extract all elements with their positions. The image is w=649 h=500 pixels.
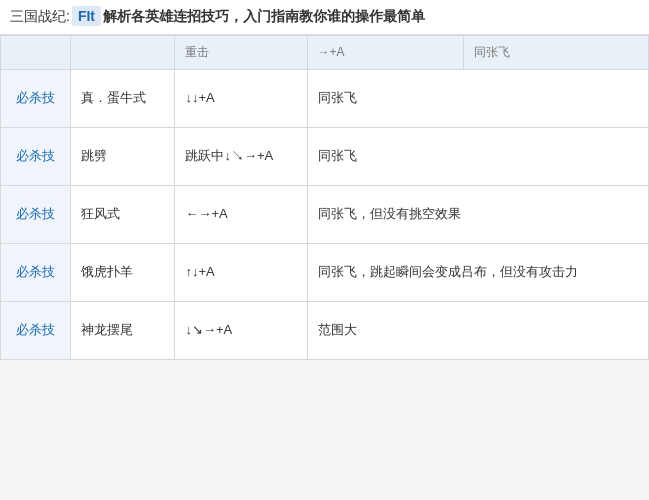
cell-type-3: 必杀技 bbox=[1, 244, 71, 302]
col-header-note: 同张飞 bbox=[463, 36, 648, 70]
cell-note-3: 同张飞，跳起瞬间会变成吕布，但没有攻击力 bbox=[307, 244, 648, 302]
col-header-type bbox=[1, 36, 71, 70]
col-header-combo: →+A bbox=[307, 36, 463, 70]
main-table-wrapper: 重击 →+A 同张飞 必杀技 真．蛋牛式 ↓↓+A 同张飞 必杀技 跳劈 跳跃中… bbox=[0, 35, 649, 360]
header-title: 解析各英雄连招技巧，入门指南教你谁的操作最简单 bbox=[103, 8, 425, 24]
table-row: 必杀技 饿虎扑羊 ↑↓+A 同张飞，跳起瞬间会变成吕布，但没有攻击力 bbox=[1, 244, 649, 302]
cell-type-1: 必杀技 bbox=[1, 128, 71, 186]
cell-name-1: 跳劈 bbox=[71, 128, 175, 186]
table-row: 必杀技 神龙摆尾 ↓↘→+A 范围大 bbox=[1, 302, 649, 360]
cell-name-0: 真．蛋牛式 bbox=[71, 70, 175, 128]
cell-input-0: ↓↓+A bbox=[175, 70, 307, 128]
table-row: 必杀技 狂风式 ←→+A 同张飞，但没有挑空效果 bbox=[1, 186, 649, 244]
cell-note-0: 同张飞 bbox=[307, 70, 648, 128]
header-prefix: 三国战纪: bbox=[10, 8, 70, 24]
cell-note-1: 同张飞 bbox=[307, 128, 648, 186]
cell-input-4: ↓↘→+A bbox=[175, 302, 307, 360]
cell-note-4: 范围大 bbox=[307, 302, 648, 360]
cell-input-1: 跳跃中↓↘→+A bbox=[175, 128, 307, 186]
moves-table: 重击 →+A 同张飞 必杀技 真．蛋牛式 ↓↓+A 同张飞 必杀技 跳劈 跳跃中… bbox=[0, 35, 649, 360]
cell-type-4: 必杀技 bbox=[1, 302, 71, 360]
col-header-input: 重击 bbox=[175, 36, 307, 70]
header-tab: FIt bbox=[72, 6, 101, 26]
cell-name-2: 狂风式 bbox=[71, 186, 175, 244]
table-row: 必杀技 真．蛋牛式 ↓↓+A 同张飞 bbox=[1, 70, 649, 128]
cell-input-3: ↑↓+A bbox=[175, 244, 307, 302]
col-header-name bbox=[71, 36, 175, 70]
cell-type-2: 必杀技 bbox=[1, 186, 71, 244]
column-header-row: 重击 →+A 同张飞 bbox=[1, 36, 649, 70]
cell-name-3: 饿虎扑羊 bbox=[71, 244, 175, 302]
page-header: 三国战纪:FIt解析各英雄连招技巧，入门指南教你谁的操作最简单 bbox=[0, 0, 649, 35]
table-row: 必杀技 跳劈 跳跃中↓↘→+A 同张飞 bbox=[1, 128, 649, 186]
cell-name-4: 神龙摆尾 bbox=[71, 302, 175, 360]
cell-note-2: 同张飞，但没有挑空效果 bbox=[307, 186, 648, 244]
cell-input-2: ←→+A bbox=[175, 186, 307, 244]
cell-type-0: 必杀技 bbox=[1, 70, 71, 128]
